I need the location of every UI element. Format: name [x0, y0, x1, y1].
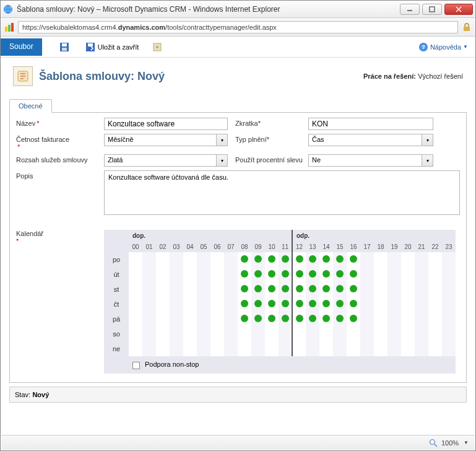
alloc-select[interactable]: Čas▾	[308, 134, 433, 146]
calendar-cell[interactable]	[306, 282, 319, 297]
file-menu[interactable]: Soubor	[1, 38, 42, 56]
calendar-cell[interactable]	[442, 312, 456, 326]
calendar-cell[interactable]	[238, 267, 251, 282]
calendar-cell[interactable]	[183, 297, 197, 312]
calendar-cell[interactable]	[238, 297, 251, 312]
calendar-cell[interactable]	[374, 252, 387, 267]
calendar-cell[interactable]	[279, 297, 292, 312]
calendar-cell[interactable]	[129, 326, 142, 341]
calendar-cell[interactable]	[387, 297, 401, 312]
calendar-cell[interactable]	[442, 341, 456, 356]
minimize-button[interactable]	[400, 4, 420, 15]
calendar-cell[interactable]	[360, 267, 374, 282]
calendar-cell[interactable]	[170, 297, 183, 312]
ribbon-action-button[interactable]	[149, 40, 168, 55]
calendar-cell[interactable]	[428, 326, 442, 341]
calendar-cell[interactable]	[183, 341, 197, 356]
calendar-cell[interactable]	[183, 252, 197, 267]
calendar-cell[interactable]	[197, 312, 210, 326]
calendar-cell[interactable]	[428, 312, 442, 326]
calendar-cell[interactable]	[360, 326, 374, 341]
calendar-cell[interactable]	[306, 312, 319, 326]
calendar-cell[interactable]	[183, 282, 197, 297]
calendar-cell[interactable]	[428, 341, 442, 356]
calendar-cell[interactable]	[142, 297, 156, 312]
calendar-cell[interactable]	[415, 297, 428, 312]
calendar-cell[interactable]	[306, 341, 319, 356]
calendar-cell[interactable]	[292, 267, 306, 282]
calendar-cell[interactable]	[428, 267, 442, 282]
calendar-cell[interactable]	[265, 267, 279, 282]
abbr-field[interactable]	[308, 118, 433, 130]
calendar-cell[interactable]	[360, 312, 374, 326]
calendar-cell[interactable]	[415, 267, 428, 282]
calendar-grid[interactable]: dop.odp.00010203040506070809101112131415…	[104, 230, 456, 374]
calendar-cell[interactable]	[142, 267, 156, 282]
discount-select[interactable]: Ne▾	[308, 154, 433, 167]
calendar-cell[interactable]	[415, 312, 428, 326]
calendar-cell[interactable]	[279, 252, 292, 267]
calendar-cell[interactable]	[224, 297, 238, 312]
calendar-cell[interactable]	[224, 267, 238, 282]
zoom-value[interactable]: 100%	[441, 439, 459, 447]
calendar-cell[interactable]	[319, 252, 333, 267]
calendar-cell[interactable]	[442, 326, 456, 341]
calendar-cell[interactable]	[210, 267, 224, 282]
calendar-cell[interactable]	[374, 326, 387, 341]
calendar-cell[interactable]	[401, 341, 415, 356]
calendar-cell[interactable]	[387, 312, 401, 326]
calendar-cell[interactable]	[156, 267, 170, 282]
calendar-cell[interactable]	[129, 252, 142, 267]
calendar-cell[interactable]	[319, 282, 333, 297]
calendar-cell[interactable]	[360, 252, 374, 267]
calendar-cell[interactable]	[238, 252, 251, 267]
calendar-cell[interactable]	[319, 297, 333, 312]
calendar-cell[interactable]	[306, 252, 319, 267]
calendar-cell[interactable]	[251, 282, 265, 297]
calendar-cell[interactable]	[387, 341, 401, 356]
calendar-cell[interactable]	[442, 282, 456, 297]
calendar-cell[interactable]	[129, 297, 142, 312]
name-field[interactable]	[104, 118, 228, 130]
calendar-cell[interactable]	[292, 297, 306, 312]
calendar-cell[interactable]	[306, 326, 319, 341]
calendar-cell[interactable]	[142, 341, 156, 356]
calendar-cell[interactable]	[279, 312, 292, 326]
calendar-cell[interactable]	[319, 267, 333, 282]
calendar-cell[interactable]	[319, 341, 333, 356]
calendar-cell[interactable]	[238, 341, 251, 356]
calendar-cell[interactable]	[292, 326, 306, 341]
calendar-cell[interactable]	[129, 312, 142, 326]
calendar-cell[interactable]	[333, 252, 347, 267]
calendar-cell[interactable]	[347, 282, 360, 297]
nonstop-checkbox[interactable]	[132, 362, 140, 369]
calendar-cell[interactable]	[347, 252, 360, 267]
calendar-cell[interactable]	[401, 326, 415, 341]
calendar-cell[interactable]	[210, 297, 224, 312]
desc-field[interactable]	[104, 170, 460, 215]
calendar-cell[interactable]	[401, 297, 415, 312]
calendar-cell[interactable]	[360, 341, 374, 356]
calendar-cell[interactable]	[265, 326, 279, 341]
calendar-cell[interactable]	[129, 341, 142, 356]
calendar-cell[interactable]	[415, 282, 428, 297]
close-button[interactable]	[444, 4, 473, 15]
calendar-cell[interactable]	[401, 312, 415, 326]
calendar-cell[interactable]	[279, 341, 292, 356]
calendar-cell[interactable]	[142, 312, 156, 326]
calendar-cell[interactable]	[265, 341, 279, 356]
calendar-cell[interactable]	[197, 297, 210, 312]
calendar-cell[interactable]	[210, 252, 224, 267]
calendar-cell[interactable]	[292, 282, 306, 297]
calendar-cell[interactable]	[265, 297, 279, 312]
calendar-cell[interactable]	[251, 312, 265, 326]
calendar-cell[interactable]	[333, 297, 347, 312]
calendar-cell[interactable]	[401, 252, 415, 267]
calendar-cell[interactable]	[347, 297, 360, 312]
calendar-cell[interactable]	[306, 297, 319, 312]
calendar-cell[interactable]	[142, 326, 156, 341]
calendar-cell[interactable]	[183, 326, 197, 341]
calendar-cell[interactable]	[251, 297, 265, 312]
calendar-cell[interactable]	[415, 341, 428, 356]
calendar-cell[interactable]	[210, 326, 224, 341]
